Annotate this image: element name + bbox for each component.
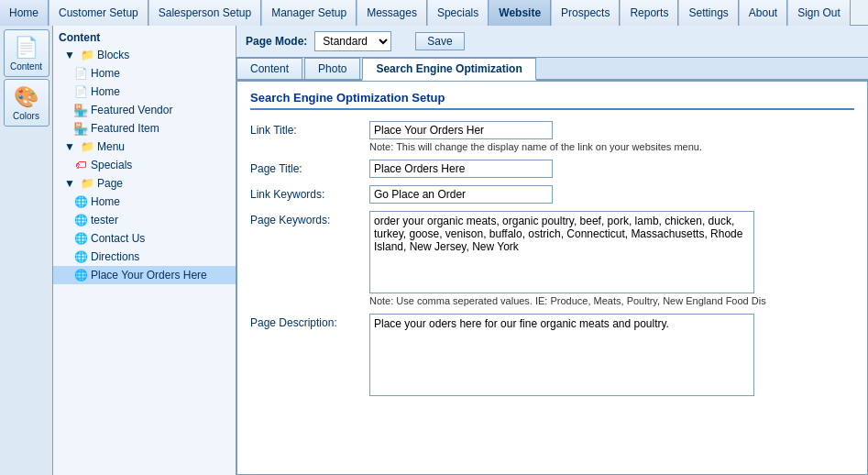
folder-icon-menu: 📁 [80,139,94,154]
link-title-input[interactable] [369,121,553,139]
tab-specials[interactable]: Specials [427,0,489,26]
top-nav: Home Customer Setup Salesperson Setup Ma… [0,0,868,26]
page-keywords-row: Page Keywords: Note: Use comma seperated… [250,211,854,306]
link-keywords-field [369,185,854,204]
tab-settings[interactable]: Settings [678,0,738,26]
tree-item-page-folder[interactable]: ▼ 📁 Page [53,174,236,193]
content-label: Content [10,61,42,72]
page-icon-2: 📄 [73,84,88,99]
tab-messages[interactable]: Messages [357,0,427,26]
tab-customer-setup[interactable]: Customer Setup [49,0,148,26]
tree-label-page-home: Home [91,195,120,208]
content-area: Page Mode: Standard Advanced Save Conten… [236,26,868,475]
tree-label-featured-item: Featured Item [91,122,159,135]
link-title-row: Link Title: Note: This will change the d… [250,121,854,152]
page-description-textarea[interactable] [369,314,754,396]
tab-reports[interactable]: Reports [620,0,678,26]
tag-icon: 🏷 [73,158,88,172]
tree-label-page: Page [97,177,123,190]
page-title-field [369,160,854,178]
page-keywords-textarea[interactable] [369,211,754,293]
tab-photo[interactable]: Photo [304,58,360,79]
save-button[interactable]: Save [415,32,464,50]
globe-icon-1: 🌐 [73,194,88,209]
tab-content[interactable]: Content [236,58,302,79]
link-keywords-row: Link Keywords: [250,185,854,204]
tab-home[interactable]: Home [0,0,49,26]
globe-icon-2: 🌐 [73,213,88,227]
item-icon: 🏪 [73,121,88,136]
page-description-label: Page Description: [250,314,369,329]
globe-icon-5: 🌐 [73,268,88,282]
tree-label-featured-vendor: Featured Vendor [91,104,172,116]
link-title-note: Note: This will change the display name … [369,141,854,152]
tree-label-blocks: Blocks [97,49,129,61]
link-keywords-input[interactable] [369,185,553,204]
tree-label-tester: tester [91,214,118,226]
tab-manager-setup[interactable]: Manager Setup [261,0,357,26]
tree-item-contact[interactable]: 🌐 Contact Us [53,229,236,248]
tree-item-featured-item[interactable]: 🏪 Featured Item [53,119,236,138]
tree-header: Content [53,29,236,46]
tree-panel: Content ▼ 📁 Blocks 📄 Home 📄 Home 🏪 Featu… [53,26,236,475]
tab-salesperson-setup[interactable]: Salesperson Setup [148,0,261,26]
seo-form: Search Engine Optimization Setup Link Ti… [236,81,868,475]
sidebar-icons: 📄 Content 🎨 Colors [0,26,53,475]
tree-item-home2[interactable]: 📄 Home [53,83,236,101]
expand-icon: ▼ [62,48,77,62]
page-icon-1: 📄 [73,66,88,81]
tree-item-place-orders[interactable]: 🌐 Place Your Orders Here [53,266,236,284]
page-keywords-field: Note: Use comma seperated values. IE: Pr… [369,211,854,306]
tab-about[interactable]: About [739,0,787,26]
tree-label-specials: Specials [91,159,132,171]
content-icon: 📄 [14,36,38,60]
page-keywords-note: Note: Use comma seperated values. IE: Pr… [369,295,854,306]
sidebar-content-btn[interactable]: 📄 Content [4,29,49,77]
page-title-label: Page Title: [250,160,369,175]
tree-item-tester[interactable]: 🌐 tester [53,211,236,229]
globe-icon-4: 🌐 [73,249,88,264]
tree-item-featured-vendor[interactable]: 🏪 Featured Vendor [53,101,236,119]
tree-item-home1[interactable]: 📄 Home [53,64,236,83]
tree-label-home2: Home [91,85,120,98]
page-mode-bar: Page Mode: Standard Advanced Save [236,26,868,58]
expand-icon-page: ▼ [62,176,77,191]
tree-label-contact: Contact Us [91,232,145,245]
main-layout: 📄 Content 🎨 Colors Content ▼ 📁 Blocks 📄 … [0,26,868,475]
colors-icon: 🎨 [14,85,38,109]
tab-seo[interactable]: Search Engine Optimization [362,58,535,81]
link-title-label: Link Title: [250,121,369,137]
page-mode-select[interactable]: Standard Advanced [314,31,391,51]
page-title-row: Page Title: [250,160,854,178]
colors-label: Colors [13,111,39,121]
tree-label-directions: Directions [91,250,139,263]
vendor-icon: 🏪 [73,103,88,117]
link-title-field: Note: This will change the display name … [369,121,854,152]
page-keywords-label: Page Keywords: [250,211,369,226]
tree-label-place-orders: Place Your Orders Here [91,269,207,282]
globe-icon-3: 🌐 [73,231,88,246]
tree-label-menu: Menu [97,140,125,153]
tree-item-blocks[interactable]: ▼ 📁 Blocks [53,46,236,64]
tree-item-menu[interactable]: ▼ 📁 Menu [53,138,236,156]
content-tabs: Content Photo Search Engine Optimization [236,58,868,81]
tree-label-home1: Home [91,67,120,80]
page-description-row: Page Description: [250,314,854,396]
expand-icon-menu: ▼ [62,139,77,154]
folder-icon: 📁 [80,48,94,62]
page-description-field [369,314,854,396]
folder-icon-page: 📁 [80,176,94,191]
tab-sign-out[interactable]: Sign Out [787,0,851,26]
tab-website[interactable]: Website [489,0,551,26]
tree-item-page-home[interactable]: 🌐 Home [53,193,236,211]
form-title: Search Engine Optimization Setup [250,91,854,110]
tab-prospects[interactable]: Prospects [551,0,620,26]
page-title-input[interactable] [369,160,553,178]
sidebar-colors-btn[interactable]: 🎨 Colors [4,79,49,127]
page-mode-label: Page Mode: [246,35,307,48]
tree-item-directions[interactable]: 🌐 Directions [53,248,236,266]
tree-item-specials[interactable]: 🏷 Specials [53,156,236,174]
link-keywords-label: Link Keywords: [250,185,369,201]
